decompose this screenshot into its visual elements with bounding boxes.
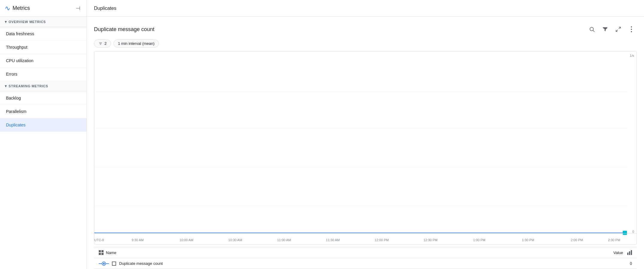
svg-point-6 bbox=[631, 31, 632, 32]
gridline-3 bbox=[94, 167, 627, 167]
gridline-1 bbox=[94, 91, 627, 91]
x-tick-9: 2:00 PM bbox=[571, 238, 583, 242]
logo-icon: ∿ bbox=[5, 4, 10, 12]
chart-line bbox=[94, 233, 626, 233]
sidebar-header: ∿ Metrics ⊣ bbox=[0, 0, 86, 17]
legend-name-label: Name bbox=[106, 250, 116, 255]
series-line-indicator bbox=[99, 262, 109, 265]
filter-list-button[interactable] bbox=[600, 24, 610, 35]
sidebar-item-parallelism[interactable]: Parallelism bbox=[0, 105, 86, 118]
sidebar-item-duplicates[interactable]: Duplicates bbox=[0, 118, 86, 132]
page-title: Duplicates bbox=[87, 0, 644, 17]
filter-chip-count[interactable]: 2 bbox=[94, 39, 111, 48]
sidebar-item-throughput[interactable]: Throughput bbox=[0, 41, 86, 54]
sidebar: ∿ Metrics ⊣ ▾ OVERVIEW METRICS Data fres… bbox=[0, 0, 87, 269]
filter-icon bbox=[98, 42, 103, 46]
y-axis-bottom-label: 0 bbox=[632, 230, 634, 233]
chart-title-row: Duplicate message count bbox=[94, 24, 637, 35]
legend-area: Name Value bbox=[94, 247, 637, 269]
grid-icon bbox=[99, 250, 104, 255]
search-button[interactable] bbox=[587, 24, 597, 35]
overview-section-label: OVERVIEW METRICS bbox=[9, 20, 46, 24]
bar-chart-icon[interactable] bbox=[627, 250, 632, 255]
main-content: Duplicates Duplicate message count bbox=[87, 0, 644, 269]
expand-button[interactable] bbox=[613, 24, 624, 35]
x-tick-4: 11:30 AM bbox=[326, 238, 340, 242]
x-tick-1: 10:00 AM bbox=[180, 238, 193, 242]
overview-section-header: ▾ OVERVIEW METRICS bbox=[0, 17, 86, 27]
svg-point-5 bbox=[631, 29, 632, 30]
streaming-chevron-icon: ▾ bbox=[5, 84, 7, 88]
app-title: Metrics bbox=[13, 5, 30, 11]
sidebar-item-data-freshness[interactable]: Data freshness bbox=[0, 27, 86, 41]
svg-point-0 bbox=[590, 27, 593, 31]
collapse-sidebar-button[interactable]: ⊣ bbox=[75, 4, 82, 13]
x-axis: UTC-8 9:30 AM 10:00 AM 10:30 AM 11:00 AM… bbox=[94, 233, 637, 244]
gridline-2 bbox=[94, 129, 627, 129]
legend-row: Duplicate message count 0 bbox=[94, 258, 637, 269]
x-tick-8: 1:30 PM bbox=[522, 238, 534, 242]
filter-row: 2 1 min interval (mean) bbox=[94, 39, 637, 48]
more-options-button[interactable] bbox=[626, 24, 637, 35]
x-tick-7: 1:00 PM bbox=[473, 238, 485, 242]
legend-row-name: Duplicate message count bbox=[119, 261, 163, 266]
svg-line-2 bbox=[619, 27, 621, 29]
legend-value-label: Value bbox=[613, 250, 623, 255]
chart-toolbar bbox=[587, 24, 637, 35]
gridline-4 bbox=[94, 206, 627, 206]
filter-count-label: 2 bbox=[104, 41, 107, 46]
legend-name-col-header: Name bbox=[99, 250, 613, 255]
sidebar-item-cpu-utilization[interactable]: CPU utilization bbox=[0, 54, 86, 68]
svg-line-3 bbox=[616, 30, 618, 32]
legend-row-value: 0 bbox=[630, 261, 632, 266]
series-checkbox[interactable] bbox=[112, 262, 116, 266]
chart-title: Duplicate message count bbox=[94, 26, 154, 33]
chart-container: Duplicate message count bbox=[87, 17, 644, 269]
x-tick-10: 2:30 PM bbox=[608, 238, 620, 242]
overview-chevron-icon: ▾ bbox=[5, 20, 7, 24]
legend-value-col-header: Value bbox=[613, 250, 632, 255]
app-logo: ∿ Metrics bbox=[5, 4, 30, 12]
legend-row-left: Duplicate message count bbox=[99, 261, 630, 266]
sidebar-item-backlog[interactable]: Backlog bbox=[0, 91, 86, 105]
x-tick-timezone: UTC-8 bbox=[94, 238, 104, 242]
filter-interval-label: 1 min interval (mean) bbox=[118, 41, 154, 46]
x-tick-3: 11:00 AM bbox=[277, 238, 291, 242]
x-tick-0: 9:30 AM bbox=[132, 238, 144, 242]
legend-header: Name Value bbox=[94, 247, 637, 258]
filter-chip-interval[interactable]: 1 min interval (mean) bbox=[113, 39, 159, 48]
x-tick-2: 10:30 AM bbox=[228, 238, 242, 242]
streaming-section-header: ▾ STREAMING METRICS bbox=[0, 81, 86, 91]
x-tick-6: 12:30 PM bbox=[423, 238, 438, 242]
y-axis-top-label: 1/s bbox=[630, 54, 634, 57]
chart-area: 1/s 0 UTC-8 9:30 AM 10:00 AM 10:30 AM 11… bbox=[94, 51, 637, 244]
x-tick-5: 12:00 PM bbox=[375, 238, 389, 242]
streaming-section-label: STREAMING METRICS bbox=[9, 84, 48, 88]
sidebar-item-errors[interactable]: Errors bbox=[0, 68, 86, 81]
svg-point-4 bbox=[631, 26, 632, 27]
svg-line-1 bbox=[593, 30, 595, 32]
